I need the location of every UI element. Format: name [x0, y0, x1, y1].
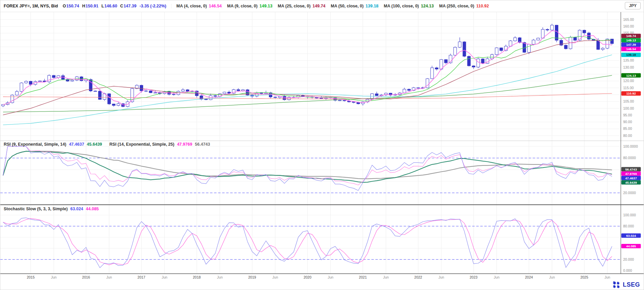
- ma-legend-value: 149.74: [313, 4, 325, 8]
- svg-text:95.00: 95.00: [623, 113, 632, 117]
- price-tag: 124.13: [621, 73, 641, 78]
- svg-text:2020: 2020: [304, 275, 312, 279]
- svg-text:0.000: 0.000: [623, 268, 632, 273]
- svg-text:Jun: Jun: [217, 275, 223, 279]
- price-tag: 147.39: [621, 42, 641, 47]
- svg-text:124.13: 124.13: [626, 74, 636, 77]
- chart-header: FOREX JPY=, 1M, NYS, Bid O150.74 H150.91…: [0, 0, 644, 12]
- svg-text:160.00: 160.00: [623, 24, 634, 28]
- ma-legend-0[interactable]: MA (4, close, 0)146.54: [171, 4, 222, 8]
- close-label: C: [120, 4, 123, 8]
- price-tag: 56.4743: [621, 167, 641, 172]
- svg-text:139.18: 139.18: [626, 53, 636, 57]
- price-tag: 149.13: [621, 38, 641, 42]
- svg-text:Jun: Jun: [494, 275, 499, 279]
- price-tag: 63.024: [621, 233, 641, 238]
- svg-text:Jun: Jun: [549, 275, 555, 279]
- svg-text:2019: 2019: [248, 275, 256, 279]
- price-tag: 45.6439: [621, 180, 641, 185]
- ma-legend-value: 124.13: [421, 4, 434, 8]
- svg-text:Jun: Jun: [51, 275, 57, 279]
- svg-text:85.00: 85.00: [623, 126, 632, 131]
- high-label: H: [82, 4, 85, 8]
- indicator-legend-value: 63.024: [70, 207, 83, 211]
- svg-text:100.000: 100.000: [623, 213, 636, 217]
- price-tag: 44.085: [621, 244, 641, 248]
- svg-text:45.6439: 45.6439: [625, 181, 637, 184]
- svg-text:2021: 2021: [359, 275, 367, 279]
- svg-text:120.00: 120.00: [623, 79, 634, 83]
- svg-text:56.4743: 56.4743: [625, 168, 637, 171]
- ma-legend-5[interactable]: MA (250, close, 0)110.92: [434, 4, 489, 8]
- instrument-title[interactable]: FOREX JPY=, 1M, NYS, Bid: [4, 4, 58, 8]
- svg-text:80.000: 80.000: [623, 224, 634, 228]
- svg-text:Jun: Jun: [328, 275, 333, 279]
- ma-legend-2[interactable]: MA (25, close, 0)149.74: [272, 4, 325, 8]
- price-tag: 110.92: [621, 91, 641, 96]
- indicator-legend-value: 45.6439: [87, 142, 102, 147]
- svg-text:Jun: Jun: [383, 275, 389, 279]
- svg-text:80.0000: 80.0000: [623, 156, 636, 160]
- ma-legend-label: MA (50, close, 0): [331, 4, 364, 8]
- ma-legend-label: MA (25, close, 0): [278, 4, 311, 8]
- svg-text:Jun: Jun: [605, 275, 610, 279]
- open-label: O: [63, 4, 66, 8]
- price-tag: 146.54: [621, 47, 641, 51]
- svg-text:149.13: 149.13: [626, 38, 636, 42]
- ma-legend-label: MA (250, close, 0): [439, 4, 474, 8]
- ma-legend-label: MA (9, close, 0): [227, 4, 258, 8]
- svg-text:47.4637: 47.4637: [625, 176, 637, 180]
- svg-text:63.024: 63.024: [626, 234, 636, 238]
- open-value: 150.74: [66, 4, 79, 8]
- chart-application: { "header": { "instrument": "FOREX JPY=,…: [0, 0, 644, 290]
- svg-text:147.39: 147.39: [626, 43, 636, 46]
- svg-text:44.085: 44.085: [626, 244, 636, 248]
- svg-text:100.0000: 100.0000: [623, 144, 638, 148]
- svg-text:165.00: 165.00: [623, 17, 634, 22]
- svg-text:2015: 2015: [27, 275, 35, 279]
- currency-badge[interactable]: JPY: [625, 2, 641, 9]
- svg-text:2024: 2024: [525, 275, 533, 279]
- x-axis-labels[interactable]: 2015Jun2016Jun2017Jun2018Jun2019Jun2020J…: [27, 275, 610, 279]
- lseg-logo-text: LSEG: [623, 281, 640, 288]
- svg-text:2023: 2023: [470, 275, 478, 279]
- indicator-legend-value: 56.4743: [195, 142, 210, 147]
- svg-text:110.92: 110.92: [626, 92, 636, 95]
- price-tag: 149.74: [621, 34, 641, 38]
- ma-legend-value: 110.92: [476, 4, 489, 8]
- svg-text:2018: 2018: [193, 275, 201, 279]
- indicator-legend-label[interactable]: RSI (9, Exponential, Simple, 14): [4, 142, 66, 147]
- svg-text:80.00: 80.00: [623, 134, 632, 138]
- lseg-logo-icon: [612, 281, 621, 289]
- rsi-legend: RSI (9, Exponential, Simple, 14)47.46374…: [4, 142, 210, 147]
- indicator-legend-label[interactable]: Stochastic Slow (5, 3, 3, Simple): [4, 207, 68, 211]
- svg-text:20.000: 20.000: [623, 257, 634, 261]
- ma-legend-label: MA (100, close, 0): [384, 4, 419, 8]
- header-ma-legends: MA (4, close, 0)146.54MA (9, close, 0)14…: [171, 4, 489, 8]
- net-change: -3.35 (-2.22%): [139, 4, 166, 8]
- indicator-legend-value: 47.9769: [177, 142, 192, 147]
- svg-text:2025: 2025: [580, 275, 589, 279]
- svg-text:130.00: 130.00: [623, 65, 634, 69]
- indicator-legend-value: 47.4637: [69, 142, 84, 147]
- svg-text:47.9769: 47.9769: [625, 172, 637, 176]
- low-label: L: [102, 4, 104, 8]
- ma-legend-4[interactable]: MA (100, close, 0)124.13: [378, 4, 434, 8]
- svg-text:2016: 2016: [82, 275, 90, 279]
- svg-text:2022: 2022: [414, 275, 422, 279]
- svg-text:2017: 2017: [137, 275, 146, 279]
- svg-text:146.54: 146.54: [626, 47, 636, 51]
- ma-legend-label: MA (4, close, 0): [176, 4, 207, 8]
- lseg-logo: LSEG: [612, 281, 640, 289]
- stochastic-legend: Stochastic Slow (5, 3, 3, Simple)63.0244…: [4, 207, 99, 211]
- svg-text:Jun: Jun: [162, 275, 167, 279]
- ma-legend-1[interactable]: MA (9, close, 0)149.13: [222, 4, 273, 8]
- indicator-legend-label[interactable]: RSI (14, Exponential, Simple, 25): [110, 142, 174, 147]
- low-value: 146.60: [104, 4, 117, 8]
- ohlc-readout: O150.74 H150.91 L146.60 C147.39 -3.35 (-…: [63, 4, 166, 8]
- close-value: 147.39: [124, 4, 136, 8]
- svg-text:149.74: 149.74: [626, 34, 636, 38]
- svg-text:Jun: Jun: [106, 275, 112, 279]
- ma-legend-3[interactable]: MA (50, close, 0)139.18: [325, 4, 378, 8]
- svg-text:20.0000: 20.0000: [623, 191, 636, 195]
